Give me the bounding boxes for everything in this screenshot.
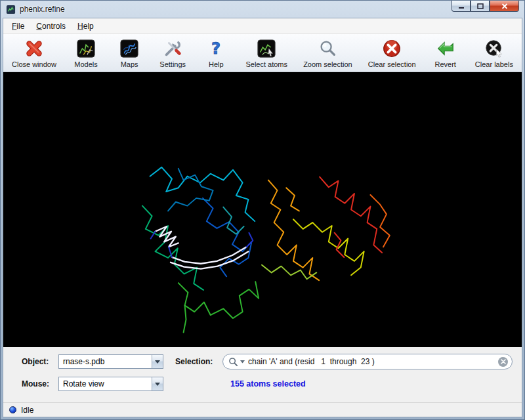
toolbar-button-clear-selection[interactable]: Clear selection — [366, 37, 418, 70]
toolbar-label: Maps — [121, 60, 138, 68]
titlebar[interactable]: phenix.refine — [1, 1, 524, 18]
toolbar-label: Revert — [435, 60, 456, 68]
toolbar-label: Close window — [12, 60, 56, 68]
selection-label: Selection: — [175, 357, 222, 366]
toolbar-button-close-window[interactable]: Close window — [10, 37, 58, 70]
close-button[interactable] — [490, 1, 519, 12]
maximize-button[interactable] — [471, 1, 490, 12]
status-indicator-icon — [9, 406, 16, 413]
mouse-mode-dropdown[interactable]: Rotate view — [58, 377, 163, 391]
settings-icon — [163, 37, 182, 60]
window-icon — [6, 5, 16, 14]
object-label: Object: — [22, 357, 58, 366]
toolbar-button-clear-labels[interactable]: Clear labels — [473, 37, 515, 70]
menu-file[interactable]: File — [6, 18, 30, 33]
toolbar-label: Models — [74, 60, 97, 68]
object-dropdown-value: rnase-s.pdb — [63, 357, 152, 366]
toolbar-button-select-atoms[interactable]: Select atoms — [243, 37, 289, 70]
chevron-down-icon — [152, 355, 163, 368]
zoom-selection-icon — [318, 37, 337, 60]
toolbar-button-zoom-selection[interactable]: Zoom selection — [301, 37, 354, 70]
revert-icon — [436, 37, 455, 60]
toolbar-label: Clear labels — [475, 60, 513, 68]
chevron-down-icon — [152, 377, 163, 390]
help-icon: ? — [206, 37, 226, 60]
toolbar-button-revert[interactable]: Revert — [430, 37, 461, 70]
control-panel: Object: rnase-s.pdb Selection: — [3, 347, 522, 402]
maps-icon — [119, 37, 139, 60]
select-atoms-icon — [257, 37, 276, 60]
mouse-mode-dropdown-value: Rotate view — [63, 379, 152, 388]
toolbar-button-maps[interactable]: Maps — [114, 37, 145, 70]
search-icon[interactable] — [228, 357, 238, 367]
clear-labels-icon — [484, 37, 504, 60]
clear-selection-icon — [382, 37, 402, 60]
mouse-label: Mouse: — [22, 379, 58, 388]
toolbar-label: Select atoms — [245, 60, 287, 68]
molecule-render — [3, 72, 522, 347]
toolbar-label: Clear selection — [368, 60, 416, 68]
app-window: phenix.refine File Controls Help — [0, 0, 525, 420]
window-controls — [452, 1, 519, 12]
toolbar-label: Zoom selection — [303, 60, 352, 68]
window-title: phenix.refine — [20, 5, 65, 14]
toolbar: Close window Models — [3, 34, 522, 72]
search-menu-caret-icon[interactable] — [240, 360, 245, 364]
selection-input[interactable] — [247, 356, 496, 367]
toolbar-label: Settings — [159, 60, 186, 68]
minimize-button[interactable] — [452, 1, 471, 12]
clear-input-icon[interactable] — [498, 357, 508, 367]
statusbar: Idle — [3, 402, 522, 417]
object-dropdown[interactable]: rnase-s.pdb — [58, 354, 163, 369]
models-icon — [76, 37, 96, 60]
svg-text:?: ? — [211, 39, 220, 58]
client-area: File Controls Help Close window — [3, 18, 522, 417]
toolbar-label: Help — [209, 60, 224, 68]
close-window-icon — [24, 37, 44, 60]
atoms-selected-text: 155 atoms selected — [230, 379, 306, 388]
toolbar-button-help[interactable]: ? Help — [200, 37, 232, 70]
menu-controls[interactable]: Controls — [30, 18, 72, 33]
menu-help[interactable]: Help — [72, 18, 100, 33]
status-text: Idle — [21, 406, 33, 415]
toolbar-button-models[interactable]: Models — [70, 37, 102, 70]
selection-searchbox — [222, 354, 513, 369]
toolbar-button-settings[interactable]: Settings — [157, 37, 188, 70]
menubar: File Controls Help — [3, 18, 522, 34]
molecule-viewport[interactable] — [3, 72, 522, 347]
